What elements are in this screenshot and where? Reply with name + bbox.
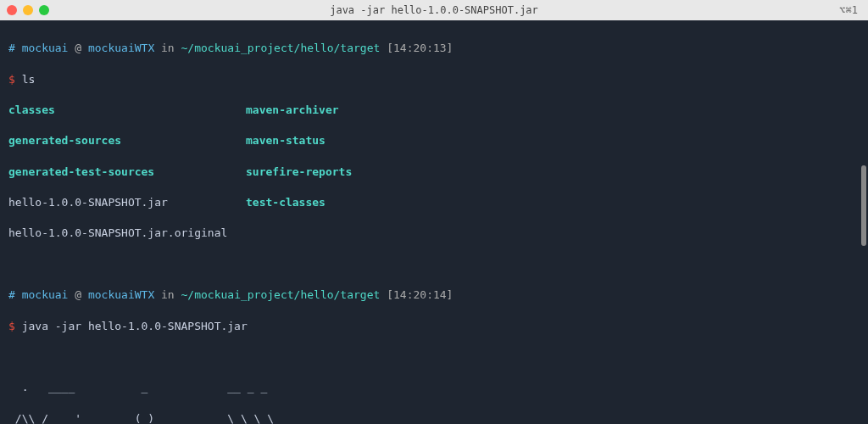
ls-output: generated-test-sourcessurefire-reports bbox=[8, 165, 860, 180]
prompt-dollar: $ bbox=[8, 320, 15, 332]
prompt-hash: # bbox=[8, 288, 15, 301]
command-line-1: $ ls bbox=[8, 72, 860, 87]
file-entry: hello-1.0.0-SNAPSHOT.jar bbox=[8, 196, 168, 209]
spring-banner-line: . ____ _ __ _ _ bbox=[8, 380, 860, 395]
ls-output: classesmaven-archiver bbox=[8, 103, 860, 118]
prompt-in: in bbox=[161, 288, 175, 301]
prompt-host: mockuaiWTX bbox=[88, 42, 154, 54]
prompt-path: ~/mockuai_project/hello/target bbox=[181, 288, 381, 301]
prompt-in: in bbox=[161, 42, 175, 54]
scrollbar-thumb[interactable] bbox=[861, 165, 866, 246]
dir-entry: classes bbox=[8, 103, 55, 116]
ls-output: generated-sourcesmaven-status bbox=[8, 133, 860, 148]
dir-entry: test-classes bbox=[246, 196, 326, 209]
titlebar: java -jar hello-1.0.0-SNAPSHOT.jar ⌥⌘1 bbox=[0, 0, 868, 20]
minimize-button[interactable] bbox=[23, 5, 33, 15]
maximize-button[interactable] bbox=[39, 5, 49, 15]
dir-entry: surefire-reports bbox=[246, 165, 352, 178]
blank-line bbox=[8, 257, 860, 272]
command-line-2: $ java -jar hello-1.0.0-SNAPSHOT.jar bbox=[8, 319, 860, 334]
command-text: java -jar hello-1.0.0-SNAPSHOT.jar bbox=[22, 320, 248, 332]
prompt-at: @ bbox=[75, 42, 81, 54]
prompt-host: mockuaiWTX bbox=[88, 288, 154, 301]
blank-line bbox=[8, 349, 860, 365]
prompt-user: mockuai bbox=[22, 288, 69, 301]
prompt-at: @ bbox=[75, 288, 81, 301]
spring-banner-line: /\\ / ___'_ __ _ _(_)_ __ __ _ \ \ \ \ bbox=[8, 411, 860, 424]
terminal-content[interactable]: # mockuai @ mockuaiWTX in ~/mockuai_proj… bbox=[0, 20, 868, 424]
window-title: java -jar hello-1.0.0-SNAPSHOT.jar bbox=[330, 4, 538, 16]
traffic-lights bbox=[7, 5, 49, 15]
prompt-user: mockuai bbox=[22, 42, 69, 54]
dir-entry: generated-sources bbox=[8, 134, 121, 147]
prompt-time: [14:20:13] bbox=[387, 42, 453, 54]
command-text: ls bbox=[22, 73, 36, 86]
dir-entry: maven-archiver bbox=[246, 103, 339, 116]
prompt-line-1: # mockuai @ mockuaiWTX in ~/mockuai_proj… bbox=[8, 41, 860, 56]
prompt-time: [14:20:14] bbox=[387, 288, 453, 301]
prompt-hash: # bbox=[8, 42, 15, 54]
dir-entry: generated-test-sources bbox=[8, 165, 154, 178]
file-entry: hello-1.0.0-SNAPSHOT.jar.original bbox=[8, 226, 227, 239]
prompt-path: ~/mockuai_project/hello/target bbox=[181, 42, 381, 54]
prompt-line-2: # mockuai @ mockuaiWTX in ~/mockuai_proj… bbox=[8, 287, 860, 303]
ls-output: hello-1.0.0-SNAPSHOT.jar.original bbox=[8, 226, 860, 241]
prompt-dollar: $ bbox=[8, 73, 15, 86]
window-shortcut: ⌥⌘1 bbox=[839, 4, 858, 16]
dir-entry: maven-status bbox=[246, 134, 326, 147]
close-button[interactable] bbox=[7, 5, 17, 15]
ls-output: hello-1.0.0-SNAPSHOT.jartest-classes bbox=[8, 195, 860, 210]
